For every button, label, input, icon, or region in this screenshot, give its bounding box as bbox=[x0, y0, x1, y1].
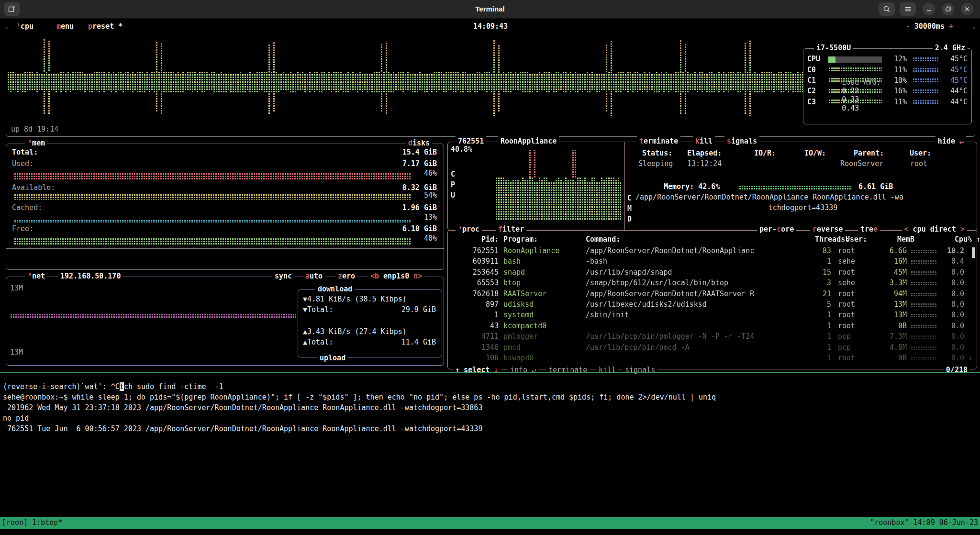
sort-selector[interactable]: < cpu direct > bbox=[902, 224, 967, 234]
mem-cached-value: 1.96 GiB bbox=[402, 203, 437, 212]
signals-button[interactable]: signals bbox=[724, 136, 759, 146]
proc-command: /sbin/init bbox=[586, 310, 807, 320]
menu-button-btop[interactable]: menu bbox=[54, 22, 76, 31]
col-threads[interactable]: Threads: bbox=[815, 234, 839, 245]
proc-user: sehe bbox=[838, 278, 879, 288]
proc-pid: 65553 bbox=[452, 278, 499, 288]
process-row[interactable]: 897udisksd/usr/libexec/udisks2/udisksd5r… bbox=[448, 299, 977, 310]
proc-command bbox=[586, 353, 807, 363]
net-scale-bottom: 13M bbox=[10, 348, 23, 357]
sort-direction-icon: ↑ bbox=[972, 234, 980, 245]
process-row[interactable]: 65553btop/snap/btop/612/usr/local/bin/bt… bbox=[448, 278, 977, 288]
net-auto-button[interactable]: auto bbox=[303, 271, 325, 281]
scrollbar-thumb[interactable] bbox=[972, 247, 975, 258]
proc-cpu-pct: 0.0 bbox=[940, 321, 964, 331]
tmux-status-bar: [roon] 1:btop* "roonbox" 14:09 06-Jun-23 bbox=[0, 517, 980, 529]
filter-button[interactable]: filter bbox=[496, 224, 526, 234]
proc-program: pmlogger bbox=[503, 331, 586, 342]
core-temp-graph bbox=[913, 57, 938, 61]
proc-cpu-graph bbox=[911, 249, 937, 253]
interval-minus-button[interactable]: - bbox=[906, 22, 910, 31]
proc-threads: 21 bbox=[807, 289, 831, 299]
process-row[interactable]: 4711pmlogger/usr/lib/pcp/bin/pmlogger -N… bbox=[448, 331, 977, 342]
cpu-total-meter bbox=[828, 56, 882, 62]
interval-plus-button[interactable]: + bbox=[949, 22, 953, 31]
tree-toggle[interactable]: tree bbox=[858, 224, 880, 234]
proc-user: pcp bbox=[838, 331, 879, 342]
search-button[interactable] bbox=[879, 2, 895, 16]
detail-cmd-line2: tchdogport=43339 bbox=[635, 203, 970, 212]
shell-line-reverse-search: (reverse-i-search)`wat': ^Ctch sudo find… bbox=[3, 382, 223, 391]
net-interface-switch[interactable]: <b enp1s0 n> bbox=[368, 271, 424, 281]
proc-program: snapd bbox=[503, 267, 586, 278]
download-total-label: ▼Total: bbox=[303, 305, 333, 314]
process-row[interactable]: 762618RAATServer/app/RoonServer/RoonDotn… bbox=[448, 289, 977, 299]
proc-footer-kill[interactable]: kill bbox=[596, 365, 618, 375]
proc-pid: 762551 bbox=[452, 245, 499, 256]
menu-button[interactable] bbox=[900, 2, 916, 16]
proc-program: btop bbox=[503, 278, 586, 288]
process-row[interactable]: 43kcompactd01root0B0.0 bbox=[448, 321, 977, 331]
proc-table-header: Pid: Program: Command: Threads: User: Me… bbox=[448, 234, 980, 245]
proc-cpu-graph bbox=[911, 313, 937, 317]
proc-command: /usr/lib/pcp/bin/pmcd -A bbox=[586, 342, 807, 353]
upload-title: upload bbox=[317, 353, 348, 363]
proc-box-title: ⁴proc bbox=[456, 224, 482, 234]
proc-user: sehe bbox=[838, 256, 879, 267]
mem-available-pct: 54% bbox=[424, 191, 437, 200]
hide-button[interactable]: hide ↵ bbox=[935, 136, 966, 146]
proc-command: /app/RoonServer/RoonDotnet/RAATServer R bbox=[586, 289, 807, 299]
col-command[interactable]: Command: bbox=[586, 234, 815, 245]
process-row[interactable]: 1systemd/sbin/init1root13M0.0 bbox=[448, 310, 977, 320]
close-button[interactable] bbox=[961, 3, 973, 15]
proc-command: /snap/btop/612/usr/local/bin/btop bbox=[586, 278, 807, 288]
col-pid[interactable]: Pid: bbox=[452, 234, 499, 245]
mem-used-label: Used: bbox=[12, 159, 33, 168]
proc-pid: 106 bbox=[452, 353, 499, 363]
process-row[interactable]: 1346pmcd/usr/lib/pcp/bin/pmcd -A1pcp4.8M… bbox=[448, 342, 977, 353]
proc-pid: 43 bbox=[452, 321, 499, 331]
col-cpu[interactable]: Cpu% bbox=[948, 234, 972, 245]
proc-pid: 603911 bbox=[452, 256, 499, 267]
preset-button[interactable]: preset * bbox=[86, 22, 125, 31]
process-row[interactable]: 762551RoonAppliance/app/RoonServer/RoonD… bbox=[448, 245, 977, 256]
reverse-toggle[interactable]: reverse bbox=[810, 224, 845, 234]
col-user[interactable]: User: bbox=[846, 234, 887, 245]
proc-user: root bbox=[838, 267, 879, 278]
per-core-toggle[interactable]: per-core bbox=[757, 224, 796, 234]
net-zero-button[interactable]: zero bbox=[335, 271, 357, 281]
net-sync-button[interactable]: sync bbox=[272, 271, 294, 281]
mem-used-pct: 46% bbox=[424, 169, 437, 178]
proc-cpu-graph bbox=[911, 303, 937, 307]
col-memb[interactable]: MemB bbox=[887, 234, 914, 245]
proc-mem: 13M bbox=[879, 310, 907, 320]
terminal-window: Terminal bbox=[0, 0, 980, 535]
detail-process-name: RoonAppliance bbox=[498, 136, 559, 146]
terminate-button[interactable]: terminate bbox=[637, 136, 680, 146]
proc-command bbox=[586, 321, 807, 331]
maximize-button[interactable] bbox=[942, 3, 954, 15]
shell-line-output-2: no pid bbox=[3, 414, 29, 423]
kill-button[interactable]: kill bbox=[693, 136, 715, 146]
detail-field-label: User: bbox=[910, 149, 931, 157]
tmux-pane-divider[interactable] bbox=[0, 372, 980, 373]
shell-line-output-1: 201962 Wed May 31 23:37:18 2023 /app/Roo… bbox=[3, 403, 482, 412]
proc-footer-select[interactable]: ↑ select ↓ bbox=[453, 365, 501, 375]
proc-footer-terminate[interactable]: terminate bbox=[546, 365, 590, 375]
detail-field-value: 13:12:24 bbox=[687, 159, 722, 168]
process-row[interactable]: 603911bash-bash1sehe16M0.4 bbox=[448, 256, 977, 267]
disks-toggle[interactable]: disks bbox=[406, 138, 432, 148]
sort-next-arrow[interactable]: > bbox=[960, 225, 965, 234]
proc-cpu-graph bbox=[911, 281, 937, 285]
proc-footer-signals[interactable]: signals bbox=[623, 365, 657, 375]
proc-cpu-graph bbox=[911, 271, 937, 275]
process-row[interactable]: 106kswapd01root0B0.0↓ bbox=[448, 353, 977, 363]
download-total-value: 29.9 GiB bbox=[401, 305, 436, 314]
proc-footer-info[interactable]: info ↵ bbox=[508, 365, 538, 375]
process-row[interactable]: 253645snapd/usr/lib/snapd/snapd15root45M… bbox=[448, 267, 977, 278]
col-program[interactable]: Program: bbox=[503, 234, 586, 245]
detail-field-label: Parent: bbox=[854, 149, 884, 157]
minimize-button[interactable] bbox=[923, 3, 935, 15]
detail-cpu-graph bbox=[496, 148, 621, 221]
sort-prev-arrow[interactable]: < bbox=[904, 225, 909, 234]
